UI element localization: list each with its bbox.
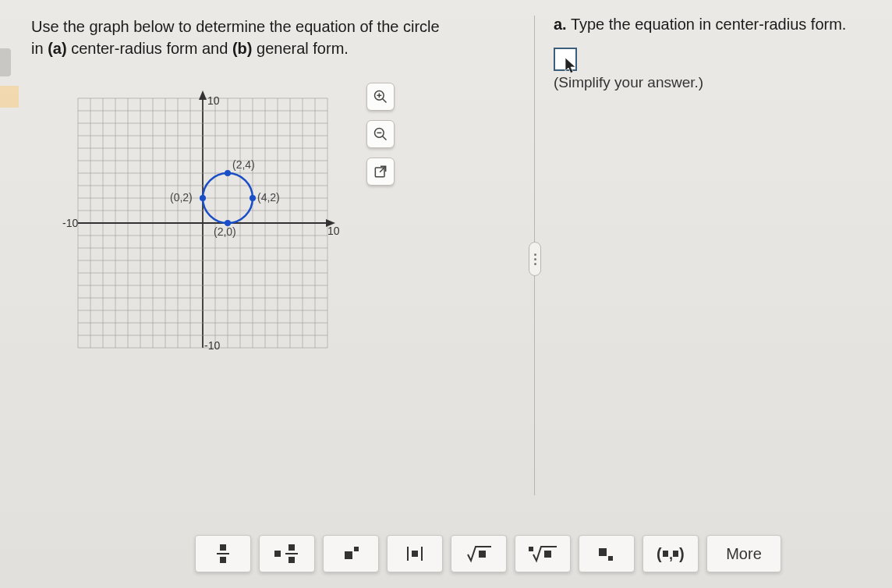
- q-l2-b: (b): [232, 40, 253, 57]
- svg-rect-75: [529, 547, 533, 551]
- simplify-hint: (Simplify your answer.): [554, 74, 884, 91]
- q-l2-a: (a): [48, 40, 66, 57]
- svg-line-54: [383, 99, 387, 103]
- svg-rect-62: [220, 544, 226, 551]
- q-l2-pre: in: [31, 40, 48, 57]
- svg-text:): ): [679, 545, 685, 562]
- svg-point-46: [200, 195, 206, 201]
- zoom-out-button[interactable]: [366, 120, 395, 148]
- math-btn-nth-root[interactable]: [515, 535, 571, 572]
- svg-text:10: 10: [327, 225, 340, 237]
- svg-rect-78: [608, 556, 613, 561]
- zoom-in-button[interactable]: [366, 83, 395, 111]
- q-l2-post: general form.: [252, 40, 348, 57]
- svg-rect-66: [288, 544, 295, 551]
- math-btn-absolute-value[interactable]: [387, 535, 443, 572]
- cursor-icon: [565, 57, 579, 74]
- math-btn-exponent[interactable]: [323, 535, 379, 572]
- svg-text:,: ,: [669, 547, 673, 562]
- panel-collapse-handle[interactable]: [529, 242, 541, 276]
- pt-label-24: (2,4): [232, 158, 255, 171]
- math-btn-square-root[interactable]: [451, 535, 507, 572]
- highlight-mark: [0, 86, 19, 108]
- math-btn-ordered-pair[interactable]: (,): [642, 535, 699, 572]
- part-a-text: Type the equation in center-radius form.: [567, 16, 847, 33]
- coordinate-graph[interactable]: (2,4) (0,2) (4,2) (2,0) -10 10 10 -10: [55, 75, 351, 371]
- svg-rect-70: [354, 547, 359, 551]
- answer-input[interactable]: [554, 48, 577, 71]
- svg-rect-71: [407, 547, 409, 561]
- svg-text:(: (: [657, 545, 662, 562]
- svg-marker-42: [199, 90, 207, 100]
- svg-point-47: [250, 195, 256, 201]
- svg-text:-10: -10: [62, 217, 78, 229]
- pt-label-20: (2,0): [214, 225, 236, 238]
- svg-rect-82: [673, 551, 678, 557]
- q-l2-mid: center-radius form and: [67, 40, 232, 57]
- part-a-prefix: a.: [554, 16, 567, 33]
- svg-rect-80: [663, 551, 668, 557]
- svg-rect-76: [544, 551, 551, 558]
- svg-text:-10: -10: [204, 339, 220, 352]
- more-label: More: [726, 545, 762, 563]
- left-side-tab: [0, 48, 11, 76]
- math-btn-subscript[interactable]: [579, 535, 635, 572]
- svg-rect-69: [345, 551, 352, 559]
- math-btn-fraction[interactable]: [195, 535, 251, 572]
- svg-rect-63: [217, 553, 229, 554]
- svg-line-58: [383, 136, 387, 140]
- math-btn-mixed-fraction[interactable]: [259, 535, 315, 572]
- svg-rect-64: [220, 557, 226, 563]
- svg-rect-77: [599, 548, 607, 556]
- math-btn-more[interactable]: More: [706, 535, 781, 572]
- question-line1: Use the graph below to determine the equ…: [31, 18, 440, 35]
- svg-point-45: [225, 170, 231, 176]
- svg-rect-68: [288, 557, 295, 563]
- svg-text:10: 10: [207, 94, 220, 107]
- question-text: Use the graph below to determine the equ…: [31, 16, 522, 59]
- svg-rect-74: [479, 551, 486, 558]
- svg-rect-67: [285, 553, 298, 554]
- svg-rect-72: [412, 551, 418, 557]
- math-toolbar: (,) More: [195, 535, 781, 572]
- popout-button[interactable]: [366, 158, 395, 186]
- pt-label-42: (4,2): [257, 191, 280, 204]
- pt-label-02: (0,2): [170, 191, 193, 204]
- svg-rect-65: [274, 551, 281, 557]
- svg-rect-73: [421, 547, 423, 561]
- part-a-prompt: a. Type the equation in center-radius fo…: [554, 16, 884, 34]
